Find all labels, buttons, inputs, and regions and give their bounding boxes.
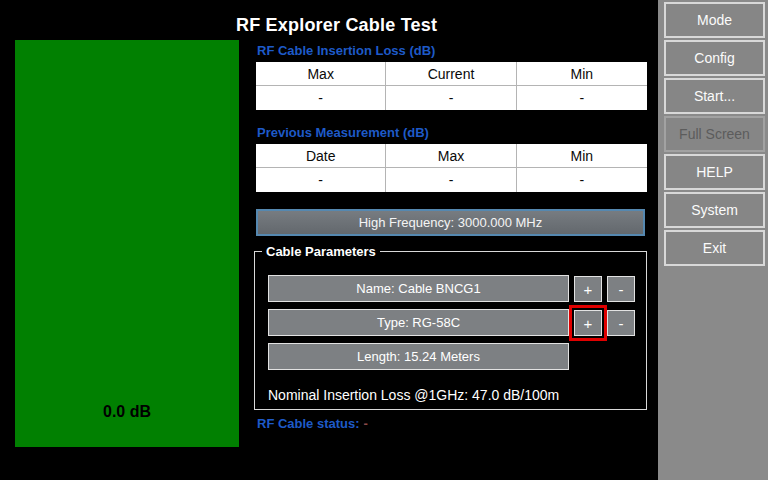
start-button[interactable]: Start... <box>664 78 765 114</box>
insertion-loss-heading: RF Cable Insertion Loss (dB) <box>257 43 435 58</box>
cable-name-button[interactable]: Name: Cable BNCG1 <box>268 275 569 302</box>
exit-button[interactable]: Exit <box>664 230 765 266</box>
cable-parameters-heading: Cable Parameters <box>262 244 380 259</box>
table-value: - <box>386 86 516 110</box>
config-button[interactable]: Config <box>664 40 765 76</box>
help-button[interactable]: HELP <box>664 154 765 190</box>
table-value: - <box>256 86 386 110</box>
cable-type-button[interactable]: Type: RG-58C <box>268 309 569 336</box>
nominal-insertion-loss-text: Nominal Insertion Loss @1GHz: 47.0 dB/10… <box>268 387 559 403</box>
cable-type-decrement-button[interactable]: - <box>607 310 635 336</box>
mode-button[interactable]: Mode <box>664 2 765 38</box>
rf-explorer-cable-test-window: 0.0 dB RF Explorer Cable Test RF Cable I… <box>0 0 768 480</box>
column-header: Min <box>517 144 647 168</box>
signal-level-value: 0.0 dB <box>15 403 239 421</box>
table-value: - <box>517 86 647 110</box>
insertion-loss-table: Max Current Min - - - <box>256 62 647 110</box>
column-header: Max <box>256 62 386 86</box>
sidebar-menu: Mode Config Start... Full Screen HELP Sy… <box>658 0 768 480</box>
cable-type-increment-button-selected[interactable]: + <box>574 310 602 336</box>
rf-cable-status-value: - <box>364 416 368 431</box>
cable-parameters-group: Cable Parameters Name: Cable BNCG1 + - T… <box>254 251 647 410</box>
cable-name-decrement-button[interactable]: - <box>607 276 635 302</box>
column-header: Min <box>517 62 647 86</box>
cable-length-button[interactable]: Length: 15.24 Meters <box>268 343 569 370</box>
rf-cable-status: RF Cable status:- <box>257 416 368 431</box>
signal-level-panel: 0.0 dB <box>15 40 239 447</box>
previous-measurement-heading: Previous Measurement (dB) <box>257 125 429 140</box>
column-header: Current <box>386 62 516 86</box>
page-title: RF Explorer Cable Test <box>236 15 437 36</box>
high-frequency-button[interactable]: High Frequency: 3000.000 MHz <box>256 209 645 236</box>
cable-name-increment-button[interactable]: + <box>574 276 602 302</box>
table-value: - <box>517 168 647 192</box>
rf-cable-status-label: RF Cable status: <box>257 416 360 431</box>
full-screen-button: Full Screen <box>664 116 765 152</box>
previous-measurement-table: Date Max Min - - - <box>256 144 647 192</box>
system-button[interactable]: System <box>664 192 765 228</box>
table-value: - <box>256 168 386 192</box>
column-header: Max <box>386 144 516 168</box>
table-value: - <box>386 168 516 192</box>
column-header: Date <box>256 144 386 168</box>
